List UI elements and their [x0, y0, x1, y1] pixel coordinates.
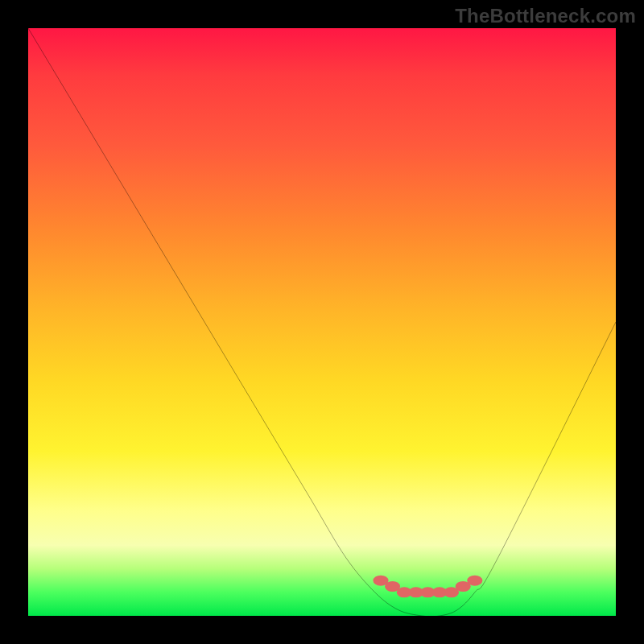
chart-frame: TheBottleneck.com: [0, 0, 644, 644]
watermark-text: TheBottleneck.com: [455, 5, 636, 27]
bottleneck-curve: [28, 28, 616, 617]
bottom-dots-group: [374, 576, 483, 598]
chart-svg: [28, 28, 616, 616]
plot-area: [28, 28, 616, 616]
bottom-dot: [467, 576, 482, 586]
